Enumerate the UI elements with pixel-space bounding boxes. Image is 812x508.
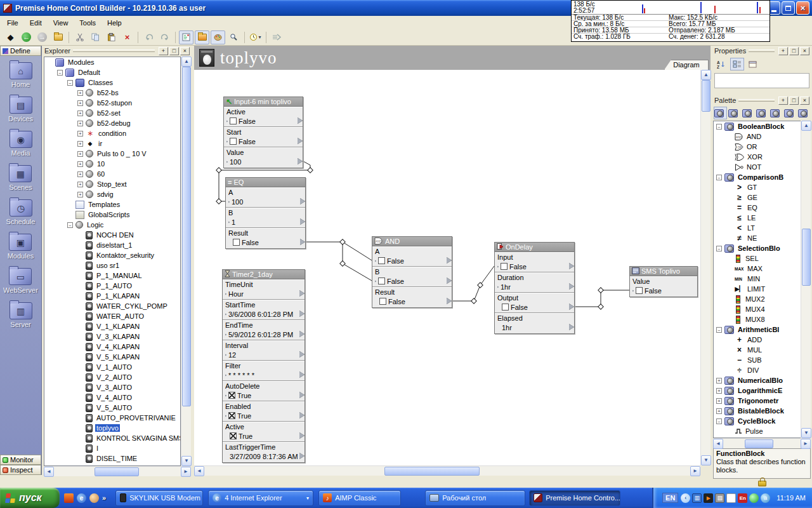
expander[interactable]: + xyxy=(716,408,722,414)
expander[interactable]: – xyxy=(716,175,722,180)
output-port-icon[interactable] xyxy=(300,239,305,245)
palette-tree-item[interactable]: ≤LE xyxy=(714,213,810,223)
canvas-hscroll[interactable]: ◄ ► xyxy=(194,465,700,476)
palette-tree-item[interactable]: MUX8 xyxy=(714,314,810,324)
input-port-icon[interactable] xyxy=(225,373,226,378)
property-value[interactable]: 100 xyxy=(226,157,301,166)
explorer-tree-item[interactable]: V_2_AUTO xyxy=(44,372,180,382)
palette-tree-item[interactable]: +ADD xyxy=(714,335,810,345)
output-port-icon[interactable] xyxy=(299,453,304,459)
maximize-panel-button[interactable]: □ xyxy=(789,97,799,105)
palette-tree-item[interactable]: OROR xyxy=(714,142,810,152)
property-value[interactable]: 1 xyxy=(228,217,304,227)
expander[interactable]: + xyxy=(77,121,83,126)
palette-tree-item[interactable]: –CycleBlock xyxy=(714,416,810,426)
pin-button[interactable]: + xyxy=(159,47,168,55)
function-block-timer[interactable]: Timer2_1dayTimeUnitHourStartTime3/6/2008… xyxy=(222,269,305,463)
start-button[interactable]: пуск xyxy=(0,488,60,508)
expander[interactable]: – xyxy=(716,418,722,424)
menu-edit[interactable]: Edit xyxy=(24,17,48,29)
checkbox[interactable] xyxy=(230,432,237,439)
palette-tree-item[interactable]: –BooleanBlock xyxy=(714,121,810,131)
expander[interactable]: – xyxy=(57,70,63,76)
explorer-tree-item[interactable]: +∗condition xyxy=(44,128,180,138)
output-port-icon[interactable] xyxy=(300,218,305,225)
palette-tree-item[interactable]: XOR xyxy=(714,152,810,162)
output-port-icon[interactable] xyxy=(299,290,304,297)
palette-view-button[interactable] xyxy=(211,30,225,44)
output-port-icon[interactable] xyxy=(569,283,574,290)
undo-button[interactable] xyxy=(141,30,156,44)
palette-filter-devices-button[interactable] xyxy=(742,107,755,119)
palette-tree-item[interactable]: +BistableBlock xyxy=(714,406,810,416)
canvas-vscroll[interactable]: ▲ ▼ xyxy=(700,70,710,465)
expander[interactable]: + xyxy=(77,151,83,157)
output-port-icon[interactable] xyxy=(298,117,303,124)
property-value[interactable]: False xyxy=(226,137,301,146)
output-port-icon[interactable] xyxy=(569,263,574,269)
explorer-tree-item[interactable]: +b52-set xyxy=(44,108,180,118)
property-value[interactable]: False xyxy=(497,262,573,271)
function-block-input[interactable]: ↖Input-6 min toplivoActiveFalseStartFals… xyxy=(223,97,303,168)
sidebar-item-home[interactable]: ⌂Home xyxy=(10,62,32,88)
output-port-icon[interactable] xyxy=(299,392,304,398)
shortcuts-view-button[interactable] xyxy=(195,30,209,44)
tray-keyboard-en-icon[interactable]: En xyxy=(738,493,747,503)
palette-filter-modules-button[interactable] xyxy=(728,107,741,119)
explorer-view-button[interactable] xyxy=(179,30,193,44)
explorer-tree-item[interactable]: P_1_AUTO xyxy=(44,281,180,291)
compile-button[interactable]: ◆ xyxy=(3,30,18,44)
input-port-icon[interactable] xyxy=(375,258,376,264)
palette-tree-item[interactable]: =EQ xyxy=(714,203,810,213)
expander[interactable]: + xyxy=(77,110,83,116)
tray-frame-icon[interactable] xyxy=(726,493,736,503)
checkbox[interactable] xyxy=(230,138,237,145)
input-port-icon[interactable] xyxy=(226,139,228,144)
property-value[interactable]: 3/6/2008 6:01:28 PM xyxy=(225,309,303,319)
explorer-tree-item[interactable]: P_1_KLAPAN xyxy=(44,291,180,301)
output-port-icon[interactable] xyxy=(569,324,574,330)
expander[interactable]: + xyxy=(77,161,83,167)
checkbox[interactable] xyxy=(378,257,385,264)
send-to-button[interactable] xyxy=(270,30,284,44)
palette-tree-item[interactable]: −SUB xyxy=(714,355,810,365)
explorer-tree-item[interactable]: V_4_AUTO xyxy=(44,392,180,403)
forward-button[interactable]: → xyxy=(35,30,49,44)
sidebar-item-server[interactable]: ▥Server xyxy=(10,302,32,328)
palette-tree-item[interactable]: +LogarithmicE xyxy=(714,385,810,396)
language-indicator[interactable]: EN xyxy=(662,493,678,503)
sidebar-tab-inspect[interactable]: Inspect xyxy=(0,465,41,475)
maximize-panel-button[interactable]: □ xyxy=(789,47,799,55)
palette-tree-item[interactable]: –ComparisonB xyxy=(714,172,810,182)
pin-button[interactable]: + xyxy=(778,47,788,55)
network-monitor-overlay[interactable]: 138 Б/с 2:52:57 Текущая: 138 Б/сМакс: 15… xyxy=(571,0,770,42)
input-port-icon[interactable] xyxy=(632,288,634,293)
menu-tools[interactable]: Tools xyxy=(74,17,102,29)
checkbox[interactable] xyxy=(228,392,235,399)
find-button[interactable] xyxy=(226,30,241,44)
taskbar-clock[interactable]: 11:19 AM xyxy=(776,494,806,502)
explorer-tree-item[interactable]: P_1_MANUAL xyxy=(44,271,180,281)
tray-icq-icon[interactable] xyxy=(749,493,759,503)
expander[interactable]: + xyxy=(716,388,722,394)
palette-filter-function-blocks-button[interactable] xyxy=(714,107,727,119)
input-port-icon[interactable] xyxy=(226,119,228,124)
property-value[interactable]: True xyxy=(225,391,303,400)
quicklaunch-internet-explorer-icon[interactable]: e xyxy=(77,493,86,503)
explorer-tree-item[interactable]: AUTO_PROVETRIVANIE xyxy=(44,413,180,423)
explorer-tree-item[interactable]: V_3_KLAPAN xyxy=(44,331,180,342)
palette-tree-item[interactable]: NOT xyxy=(714,162,810,172)
palette-tree-item[interactable]: +Trigonometr xyxy=(714,396,810,406)
expander[interactable]: – xyxy=(716,327,722,333)
property-value[interactable]: False xyxy=(226,116,301,126)
restore-button[interactable] xyxy=(782,1,795,15)
palette-tree-item[interactable]: ▶▏LIMIT xyxy=(714,284,810,294)
palette-tree-item[interactable]: ≠NE xyxy=(714,233,810,243)
palette-tree-item[interactable]: ×MUL xyxy=(714,345,810,355)
palette-tree-item[interactable]: SEL xyxy=(714,253,810,264)
quicklaunch-overflow-chevron[interactable]: » xyxy=(102,494,106,502)
function-block-and[interactable]: ANDANDAFalseBFalseResultFalse xyxy=(372,236,452,308)
palette-hscroll[interactable]: ◄ ► xyxy=(713,438,811,448)
checkbox[interactable] xyxy=(228,412,235,419)
explorer-tree-item[interactable]: toplyvo xyxy=(44,423,180,433)
